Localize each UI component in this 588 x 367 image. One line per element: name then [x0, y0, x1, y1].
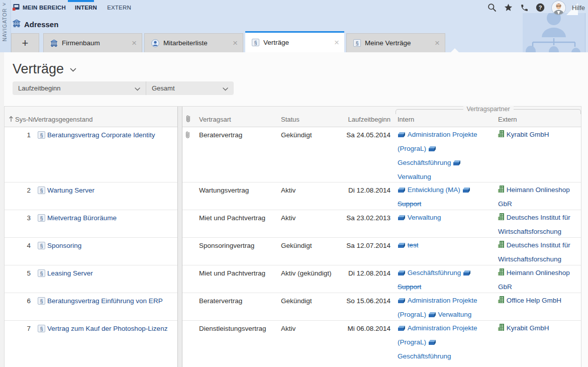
view-title-dropdown[interactable]: Verträge — [13, 61, 76, 77]
intern-link[interactable]: test — [408, 241, 419, 249]
department-icon — [398, 184, 406, 197]
phone-icon[interactable] — [520, 3, 529, 13]
help-icon[interactable]: ? — [536, 3, 545, 13]
extern-link[interactable]: für — [562, 214, 570, 221]
column-header-extern[interactable]: Extern — [498, 116, 517, 123]
extern-link[interactable]: Office — [507, 297, 524, 304]
close-icon[interactable]: × — [232, 39, 239, 47]
close-icon[interactable]: × — [434, 39, 441, 47]
extern-link[interactable]: Wirtschaftsforschung — [498, 255, 561, 263]
organization-icon — [498, 294, 505, 308]
contract-link[interactable]: Sponsoring — [47, 242, 174, 249]
intern-link[interactable]: (PrograL) — [398, 145, 426, 152]
filter-bar: Laufzeitbeginn Gesamt — [13, 81, 234, 95]
intern-link[interactable]: Verwaltung — [438, 311, 472, 318]
tab-firmenbaum[interactable]: Firmenbaum × — [43, 33, 142, 52]
contract-link[interactable]: Beratungsvertrag Corporate Identity — [47, 131, 174, 139]
column-header-status[interactable]: Status — [281, 116, 300, 123]
intern-link[interactable]: Geschäftsführung — [398, 159, 451, 166]
column-header-vertragsgegenstand[interactable]: Vertragsgegenstand — [34, 116, 92, 123]
laufzeitbeginn: So 15.06.2014 — [341, 297, 390, 305]
table-header: Vertragspartner Sys-Nr. Vertragsgegensta… — [5, 107, 581, 127]
extern-link[interactable]: GbR — [498, 283, 512, 291]
nav-mein-bereich[interactable]: MEIN BEREICH — [13, 4, 66, 12]
extern-link-group: Kyrabit — [498, 324, 528, 332]
contract-icon: § — [38, 297, 45, 305]
intern-link[interactable]: Projekte — [452, 324, 477, 332]
contract-link[interactable]: Beratungsvertrag Einführung von ERP — [47, 297, 174, 305]
extern-link[interactable]: GmbH — [530, 324, 549, 332]
tab-label: Verträge — [263, 39, 333, 46]
extern-link[interactable]: Onlineshop — [536, 269, 570, 277]
intern-link[interactable]: Projekte — [452, 131, 477, 138]
intern-link[interactable]: (PrograL) — [398, 338, 426, 346]
extern-link[interactable]: Heimann — [507, 269, 534, 277]
extern-link[interactable]: GbR — [498, 200, 512, 208]
attachment-icon[interactable] — [185, 115, 191, 124]
contract-link[interactable]: Leasing Server — [47, 269, 174, 277]
filter-field-select[interactable]: Laufzeitbeginn — [13, 81, 146, 95]
intern-link[interactable]: Geschäftsführung — [408, 269, 461, 277]
tab-vertraege[interactable]: § Verträge × — [245, 31, 344, 52]
close-icon[interactable]: × — [131, 39, 138, 47]
extern-link[interactable]: Onlineshop — [536, 186, 570, 194]
intern-link[interactable]: Entwicklung — [408, 186, 444, 194]
intern-link[interactable]: Verwaltung — [408, 214, 441, 221]
extern-link[interactable]: GmbH — [542, 297, 561, 304]
intern-link-group: (PrograL) — [398, 145, 436, 152]
extern-link[interactable]: für — [562, 241, 570, 249]
nav-extern[interactable]: EXTERN — [107, 5, 131, 11]
close-icon[interactable]: × — [333, 38, 340, 47]
organization-icon — [498, 266, 505, 280]
help-link[interactable]: Hilfe — [572, 4, 585, 12]
extern-link[interactable]: Help — [526, 297, 540, 304]
column-header-intern[interactable]: Intern — [398, 116, 414, 123]
column-header-sys-nr[interactable]: Sys-Nr. — [15, 116, 37, 123]
contract-link[interactable]: Vertrag zum Kauf der Photoshop-Lizenz — [47, 325, 174, 332]
star-icon[interactable] — [504, 3, 513, 13]
intern-link[interactable]: Administration — [408, 131, 451, 138]
extern-link[interactable]: Kyrabit — [507, 324, 528, 332]
vertragspartner-group: Vertragspartner — [396, 109, 581, 114]
column-header-vertragsart[interactable]: Vertragsart — [199, 116, 231, 123]
intern-link[interactable]: Support — [398, 200, 421, 208]
sort-asc-icon[interactable] — [9, 116, 14, 124]
add-tab-button[interactable]: + — [11, 33, 39, 52]
department-icon — [428, 336, 436, 349]
extern-link[interactable]: Institut — [540, 214, 560, 221]
extern-link[interactable]: Kyrabit — [507, 131, 528, 138]
contract-link[interactable]: Mietvertrag Büroräume — [47, 214, 174, 222]
extern-link[interactable]: Wirtschaftsforschung — [498, 228, 561, 235]
extern-link[interactable]: Institut — [540, 241, 560, 249]
user-avatar[interactable] — [552, 1, 565, 15]
extern-link[interactable]: Deutsches — [507, 241, 539, 249]
frozen-pane-divider[interactable] — [177, 107, 182, 367]
intern-link[interactable]: Geschäftsführung — [398, 352, 451, 360]
extern-link[interactable]: GmbH — [530, 131, 549, 138]
column-header-laufzeitbeginn[interactable]: Laufzeitbeginn — [341, 116, 390, 123]
navigator-panel-toggle[interactable]: > NAVIGATOR — [0, 0, 11, 52]
filter-range-select[interactable]: Gesamt — [146, 81, 234, 95]
search-icon[interactable] — [487, 3, 497, 13]
intern-link[interactable]: (MA) — [446, 186, 460, 194]
tab-mitarbeiterliste[interactable]: Mitarbeiterliste × — [144, 33, 243, 52]
extern-cell: Kyrabit GmbH — [498, 128, 574, 142]
department-icon — [428, 308, 436, 322]
tab-meine-vertraege[interactable]: § Meine Verträge × — [346, 33, 445, 52]
intern-link[interactable]: Administration — [408, 324, 451, 332]
vertragsart: Miet und Pachtvertrag — [199, 214, 275, 222]
intern-link[interactable]: Support — [398, 283, 421, 291]
intern-link[interactable]: Administration — [408, 297, 451, 304]
intern-link[interactable]: Projekte — [452, 297, 477, 304]
table-row: 1§Beratungsvertrag Corporate IdentityBer… — [5, 127, 581, 182]
contract-link[interactable]: Wartung Server — [47, 187, 174, 194]
contract-icon: § — [38, 131, 45, 139]
attachment-icon[interactable] — [185, 131, 190, 140]
intern-link[interactable]: Verwaltung — [398, 173, 431, 180]
extern-link[interactable]: Deutsches — [507, 214, 539, 221]
extern-link[interactable]: Heimann — [507, 186, 534, 194]
nav-intern[interactable]: INTERN — [75, 5, 97, 11]
intern-link[interactable]: (PrograL) — [398, 311, 426, 318]
table-row: 4§SponsoringSponsoringvertragGekündigtSa… — [5, 238, 581, 265]
intern-link-group: Verwaltung — [398, 214, 441, 221]
